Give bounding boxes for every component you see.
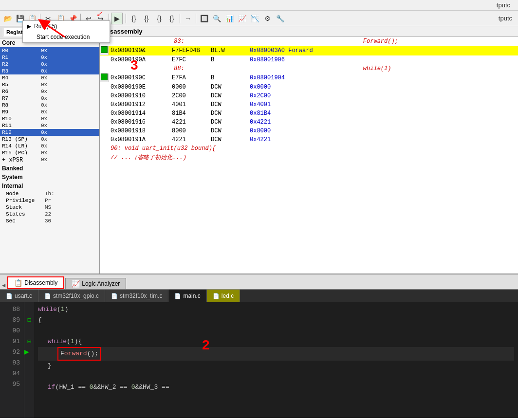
kw-if: if (48, 383, 56, 391)
line-num-89: 89 (0, 315, 20, 326)
disasm-row-1906[interactable]: 0x0800190& F7FEFD4B BL.W 0x080003A0 Forw… (100, 46, 518, 55)
brace-extra-button[interactable]: {} (166, 13, 178, 24)
reg-r4[interactable]: R4 0x (0, 74, 99, 81)
reg-r8-name: R8 (2, 102, 41, 108)
gutter-93 (24, 358, 34, 368)
reg-r13[interactable]: R13 (SP) 0x (0, 136, 99, 143)
gutter-89-fold[interactable]: ⊟ (24, 315, 34, 326)
reg-r10[interactable]: R10 0x (0, 115, 99, 122)
watch-button[interactable]: 🔍 (211, 13, 222, 24)
reg-r12-name: R12 (2, 129, 41, 135)
disasm-row-190a[interactable]: 0x0800190A E7FC B 0x08001906 (100, 55, 518, 64)
reg-r14-name: R14 (LR) (2, 143, 41, 149)
reg-r3-value: 0x (41, 68, 97, 74)
file-tabs: 📄 usart.c 📄 stm32f10x_gpio.c 📄 stm32f10x… (0, 290, 518, 302)
reg-r7[interactable]: R7 0x (0, 95, 99, 102)
file-tab-gpio[interactable]: 📄 stm32f10x_gpio.c (38, 290, 105, 302)
reg-r5[interactable]: R5 0x (0, 81, 99, 88)
run-tooltip-popup: ▶ Run (F5) Start code execution (22, 20, 110, 43)
line-num-95: 95 (0, 379, 20, 390)
reg-r14[interactable]: R14 (LR) 0x (0, 143, 99, 149)
logic-button[interactable]: 📈 (236, 13, 248, 24)
reg-r6[interactable]: R6 0x (0, 88, 99, 95)
disasm-addr-190a: 0x0800190A (109, 56, 172, 63)
perf-button[interactable]: 📉 (249, 13, 260, 24)
disasm-row-1912[interactable]: 0x08001912 4001 DCW 0x4001 (100, 100, 518, 109)
disasm-hex-190e: 0000 (172, 84, 211, 91)
disasm-row-1916[interactable]: 0x08001916 4221 DCW 0x4221 (100, 118, 518, 127)
line-num-91: 91 (0, 336, 20, 347)
disassembly-content[interactable]: 83: Forward(); 0x0800190& F7FEFD4B BL.W … (100, 37, 518, 274)
open-button[interactable]: 📂 (2, 13, 14, 24)
disasm-op-191a: 0x4221 (250, 136, 518, 143)
reg-r1[interactable]: R1 0x (0, 54, 99, 61)
reg-mode-name: Mode (6, 191, 45, 197)
braces-button[interactable]: {} (128, 13, 140, 24)
disasm-row-1914[interactable]: 0x08001914 81B4 DCW 0x81B4 (100, 109, 518, 118)
reg-r8[interactable]: R8 0x (0, 102, 99, 109)
nav-fwd-button[interactable]: → (182, 13, 194, 24)
top-panels: Registers Liste Core R0 0x R1 0x R2 0x (0, 26, 518, 274)
start-exec-item[interactable]: Start code execution (23, 32, 110, 42)
reg-privilege[interactable]: Privilege Pr (0, 197, 99, 204)
disasm-comment-88: 88: while(1) (100, 64, 518, 73)
file-tab-led-label: led.c (222, 292, 234, 299)
scroll-left-icon[interactable]: ◀ (0, 282, 7, 289)
tab-logic-analyzer[interactable]: 📈 Logic Analyzer (65, 278, 126, 289)
code-lines[interactable]: while(1) { while(1){ Forward(); (34, 302, 518, 418)
reg-xpsr-name[interactable]: + xPSR (2, 157, 41, 164)
file-tab-main[interactable]: 📄 main.c (168, 290, 206, 302)
file-icon-led: 📄 (213, 293, 220, 299)
reg-r12[interactable]: R12 0x (0, 129, 99, 136)
disasm-hex-1916: 4221 (172, 119, 211, 126)
gutter-91-fold[interactable]: ⊟ (24, 336, 34, 347)
reg-r15[interactable]: R15 (PC) 0x (0, 149, 99, 156)
reg-r11-value: 0x (41, 123, 97, 128)
view-button[interactable]: 🔲 (198, 13, 210, 24)
reg-r11[interactable]: R11 0x (0, 122, 99, 129)
brace-close-button[interactable]: {} (153, 13, 165, 24)
disassembly-header: Disassembly (100, 26, 518, 37)
disasm-row-190c[interactable]: 0x0800190C E7FA B 0x08001904 (100, 73, 518, 83)
reg-r2[interactable]: R2 0x (0, 61, 99, 68)
badge-2: 2 (202, 337, 210, 353)
reg-r9[interactable]: R9 0x (0, 109, 99, 115)
reg-r3[interactable]: R3 0x (0, 68, 99, 74)
reg-sec-name: Sec (6, 218, 45, 224)
disasm-hex-1910: 2C00 (172, 92, 211, 99)
reg-states[interactable]: States 22 (0, 211, 99, 218)
run-button[interactable]: ▶ (111, 13, 123, 24)
mem-button[interactable]: 📊 (223, 13, 235, 24)
system-section: System (0, 173, 99, 182)
reg-r1-name: R1 (2, 55, 41, 60)
reg-r0[interactable]: R0 0x (0, 47, 99, 54)
reg-mode[interactable]: Mode Th: (0, 190, 99, 197)
tool-button[interactable]: 🔧 (274, 13, 286, 24)
code-line-90 (38, 326, 514, 336)
disasm-row-1910[interactable]: 0x08001910 2C00 DCW 0x2C00 (100, 91, 518, 100)
file-tab-led[interactable]: 📄 led.c (207, 290, 240, 302)
reg-sec[interactable]: Sec 30 (0, 218, 99, 224)
reg-r9-name: R9 (2, 109, 41, 115)
run-f5-item[interactable]: ▶ Run (F5) (23, 21, 110, 32)
disasm-mnem-1906: BL.W (211, 47, 250, 54)
reg-r0-name: R0 (2, 48, 41, 54)
file-tab-usart[interactable]: 📄 usart.c (0, 290, 38, 302)
reg-stack[interactable]: Stack MS (0, 204, 99, 211)
start-exec-desc: Start code execution (37, 34, 90, 40)
reg-xpsr[interactable]: + xPSR 0x (0, 156, 99, 164)
brace-open-button[interactable]: {} (141, 13, 152, 24)
line-num-94: 94 (0, 368, 20, 379)
green-dot-190c (101, 73, 108, 80)
disasm-addr-1910: 0x08001910 (109, 92, 172, 99)
sys-button[interactable]: ⚙ (261, 13, 273, 24)
tab-disassembly[interactable]: 📋 Disassembly (7, 276, 64, 289)
disasm-row-190e[interactable]: 0x0800190E 0000 DCW 0x0000 (100, 83, 518, 91)
disasm-mnem-191a: DCW (211, 136, 250, 143)
reg-r10-value: 0x (41, 116, 97, 122)
disasm-row-191a[interactable]: 0x0800191A 4221 DCW 0x4221 (100, 135, 518, 144)
file-tab-main-label: main.c (183, 292, 200, 299)
disasm-row-1918[interactable]: 0x08001918 8000 DCW 0x8000 (100, 127, 518, 135)
file-tab-tim[interactable]: 📄 stm32f10x_tim.c (105, 290, 168, 302)
run-label: Run (F5) (34, 23, 57, 30)
